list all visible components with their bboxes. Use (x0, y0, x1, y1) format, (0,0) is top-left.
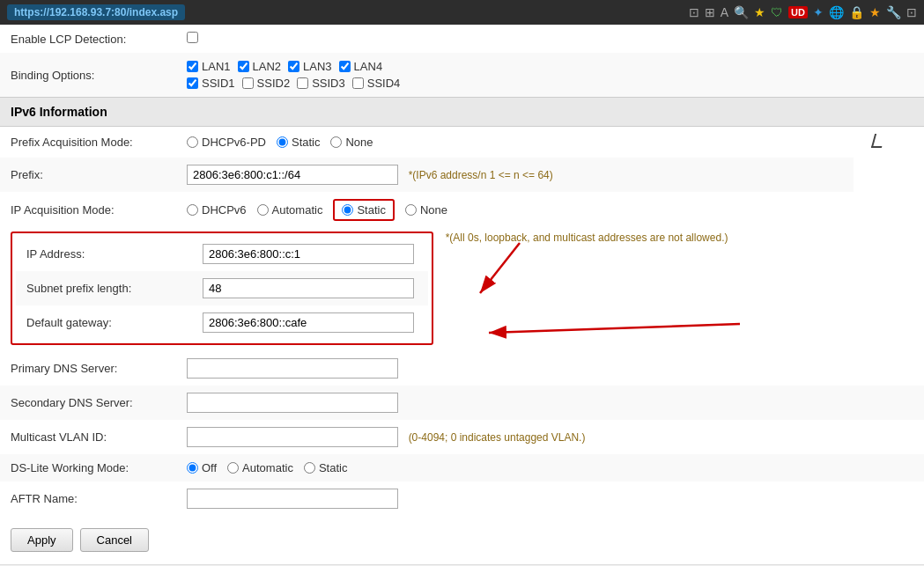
icon-lock[interactable]: 🔒 (849, 5, 864, 19)
dhcpv6-radio[interactable] (187, 204, 198, 216)
table-row-subnet: Subnet prefix length: (16, 271, 428, 305)
icon-font[interactable]: A (721, 5, 728, 19)
ssid4-item: SSID4 (352, 77, 401, 90)
ssid2-label: SSID2 (257, 77, 291, 90)
lan1-item: LAN1 (187, 60, 231, 73)
prefix-none-item: None (330, 136, 373, 149)
dslite-auto-radio[interactable] (227, 462, 239, 474)
aftr-label: AFTR Name: (0, 481, 176, 516)
lan2-checkbox[interactable] (238, 61, 249, 72)
ssid1-item: SSID1 (187, 77, 235, 90)
prefix-static-item: Static (277, 136, 321, 149)
dslite-auto-item: Automatic (227, 461, 293, 474)
lan3-checkbox[interactable] (288, 61, 299, 72)
aftr-input[interactable] (187, 489, 398, 509)
ip-address-input[interactable] (203, 244, 414, 264)
ip-static-radio[interactable] (342, 204, 353, 216)
highlighted-section: IP Address: Subnet prefix length: Defaul… (0, 228, 924, 351)
page-content: Enable LCP Detection: Binding Options: L… (0, 25, 924, 566)
table-row-ip-address: IP Address: (16, 237, 428, 271)
prefix-mode-value: DHCPv6-PD Static None (176, 127, 854, 158)
lan4-checkbox[interactable] (339, 61, 351, 72)
dhcpv6pd-radio[interactable] (187, 136, 198, 148)
dslite-static-radio[interactable] (304, 462, 315, 474)
ssid4-checkbox[interactable] (352, 77, 364, 89)
ssid3-item: SSID3 (297, 77, 345, 90)
url-bar[interactable]: https://192.168.93.7:80/index.asp (7, 4, 185, 20)
dslite-static-label: Static (319, 461, 348, 474)
lan4-label: LAN4 (354, 60, 383, 73)
automatic-item: Automatic (257, 203, 323, 217)
browser-toolbar: https://192.168.93.7:80/index.asp ⊡ ⊞ A … (0, 0, 924, 25)
ssid3-checkbox[interactable] (297, 77, 308, 89)
ip-none-item: None (405, 203, 447, 217)
icon-grid[interactable]: ⊞ (705, 5, 715, 19)
ip-none-label: None (420, 203, 447, 217)
prefix-static-radio[interactable] (277, 136, 288, 148)
prefix-none-radio[interactable] (330, 136, 342, 148)
table-row-binding: Binding Options: LAN1 LAN2 LAN3 LAN4 (0, 53, 924, 97)
prefix-label: Prefix: (0, 158, 176, 192)
secondary-dns-input[interactable] (187, 393, 398, 413)
dslite-off-radio[interactable] (187, 462, 198, 474)
lan1-checkbox[interactable] (187, 61, 198, 72)
dhcpv6-item: DHCPv6 (187, 203, 247, 217)
icon-ud[interactable]: UD (788, 6, 808, 18)
ssid4-label: SSID4 (367, 77, 401, 90)
table-row-primary-dns: Primary DNS Server: (0, 351, 924, 386)
lcp-value (176, 25, 924, 53)
automatic-radio[interactable] (257, 204, 269, 216)
icon-bookmark[interactable]: ★ (869, 5, 881, 19)
icon-translate[interactable]: 🌐 (829, 5, 844, 19)
prefix-value-cell: 2806:3e6:800:c1::/64 *(IPv6 address/n 1 … (176, 158, 854, 192)
primary-dns-input[interactable] (187, 358, 398, 379)
lan4-item: LAN4 (339, 60, 383, 73)
ip-mode-radios: DHCPv6 Automatic Static None (187, 199, 843, 221)
dslite-static-item: Static (304, 461, 348, 474)
icon-tab[interactable]: ⊡ (689, 5, 699, 19)
table-row-prefix-mode: Prefix Acquisition Mode: DHCPv6-PD Stati… (0, 127, 924, 158)
dhcpv6pd-item: DHCPv6-PD (187, 136, 266, 149)
subnet-label: Subnet prefix length: (16, 271, 192, 305)
apply-button[interactable]: Apply (11, 528, 73, 552)
ssid3-label: SSID3 (312, 77, 345, 90)
table-row-ip-mode: IP Acquisition Mode: DHCPv6 Automatic St… (0, 192, 924, 228)
form-table: Enable LCP Detection: Binding Options: L… (0, 25, 924, 97)
table-row-prefix: Prefix: 2806:3e6:800:c1::/64 *(IPv6 addr… (0, 158, 924, 192)
gateway-value-cell (192, 305, 428, 340)
prefix-input[interactable]: 2806:3e6:800:c1::/64 (187, 165, 398, 185)
subnet-input[interactable] (203, 278, 414, 298)
binding-value: LAN1 LAN2 LAN3 LAN4 S (176, 53, 924, 97)
secondary-dns-value-cell (176, 386, 924, 420)
ip-none-radio[interactable] (405, 204, 417, 216)
ssid2-checkbox[interactable] (242, 77, 254, 89)
gateway-input[interactable] (203, 312, 414, 333)
multicast-value-cell: (0-4094; 0 indicates untagged VLAN.) (176, 420, 924, 454)
ip-address-value-cell (192, 237, 428, 271)
icon-menu[interactable]: ⊡ (906, 5, 917, 19)
icon-star[interactable]: ★ (754, 5, 765, 19)
aftr-value-cell (176, 481, 924, 516)
ssid1-checkbox[interactable] (187, 77, 198, 89)
dhcpv6pd-label: DHCPv6-PD (202, 136, 266, 149)
gateway-label: Default gateway: (16, 305, 192, 340)
dslite-off-label: Off (202, 461, 217, 474)
highlight-box: IP Address: Subnet prefix length: Defaul… (11, 232, 433, 345)
prefix-none-label: None (345, 136, 373, 149)
ip-mode-value: DHCPv6 Automatic Static None (176, 192, 854, 228)
dhcpv6-label: DHCPv6 (202, 203, 247, 217)
icon-search[interactable]: 🔍 (734, 5, 749, 19)
lan2-item: LAN2 (238, 60, 282, 73)
cancel-button[interactable]: Cancel (80, 528, 149, 552)
table-row-multicast: Multicast VLAN ID: (0-4094; 0 indicates … (0, 420, 924, 454)
icon-shield[interactable]: 🛡 (771, 5, 783, 19)
table-row-lcp: Enable LCP Detection: (0, 25, 924, 53)
binding-label: Binding Options: (0, 53, 176, 97)
primary-dns-value-cell (176, 351, 924, 386)
icon-extension[interactable]: 🔧 (886, 5, 901, 19)
icon-addon[interactable]: ✦ (813, 5, 824, 19)
lan3-item: LAN3 (288, 60, 332, 73)
lcp-checkbox[interactable] (187, 32, 198, 43)
multicast-input[interactable] (187, 427, 398, 447)
ip-static-item: Static (333, 199, 395, 221)
